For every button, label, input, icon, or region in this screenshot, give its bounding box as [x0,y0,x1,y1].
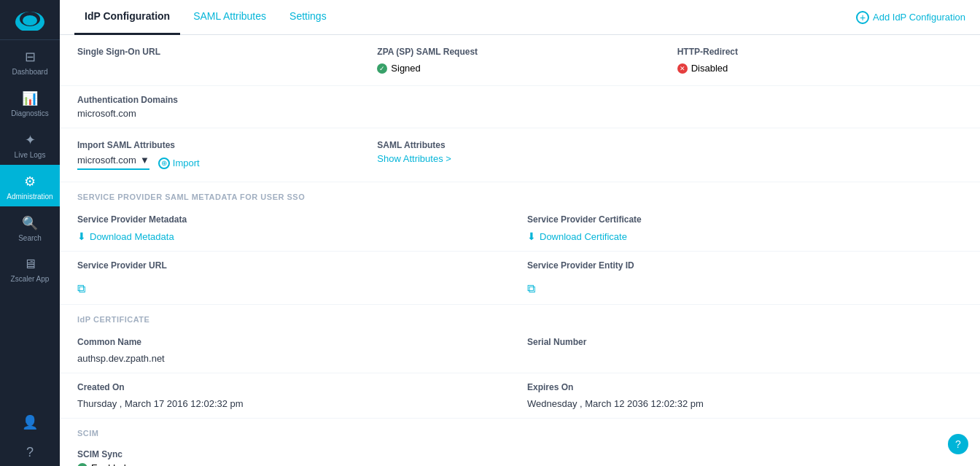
dropdown-arrow-icon: ▼ [140,155,149,166]
search-icon: 🔍 [22,215,38,231]
sp-url-field: Service Provider URL ⧉ [77,260,513,295]
sp-entity-copy-icon[interactable]: ⧉ [527,282,535,295]
scim-sync-badge: ✓ Enabled [77,462,962,466]
sidebar-logo [0,0,60,40]
download-metadata-icon: ⬇ [77,230,86,242]
sidebar: ⊟ Dashboard 📊 Diagnostics ✦ Live Logs ⚙ … [0,0,60,466]
expires-on-field: Expires On Wednesday , March 12 2036 12:… [527,382,962,409]
sp-metadata-row: Service Provider Metadata ⬇ Download Met… [60,206,980,252]
floating-help-button[interactable]: ? [948,434,968,454]
http-redirect-field: HTTP-Redirect ✕ Disabled [677,47,962,74]
top-nav: IdP Configuration SAML Attributes Settin… [60,0,980,35]
auth-domains-row: Authentication Domains microsoft.com [60,86,980,128]
sidebar-item-diagnostics[interactable]: 📊 Diagnostics [0,82,60,123]
disabled-icon: ✕ [677,63,688,74]
dates-row: Created On Thursday , March 17 2016 12:0… [60,373,980,419]
sp-section-header: SERVICE PROVIDER SAML METADATA FOR USER … [60,182,980,206]
tab-saml-attributes[interactable]: SAML Attributes [183,0,276,35]
content-area: Single Sign-On URL ZPA (SP) SAML Request… [60,35,980,466]
sidebar-item-search[interactable]: 🔍 Search [0,206,60,248]
single-sign-on-field: Single Sign-On URL [77,47,362,74]
common-name-field: Common Name authsp.dev.zpath.net [77,337,513,364]
scim-enabled-icon: ✓ [77,463,88,467]
tab-settings[interactable]: Settings [279,0,337,35]
sso-url-row: Single Sign-On URL ZPA (SP) SAML Request… [60,35,980,86]
sidebar-item-zscaler-app[interactable]: 🖥 Zscaler App [0,248,60,289]
sidebar-item-user[interactable]: 👤 [0,405,60,436]
sidebar-item-administration[interactable]: ⚙ Administration [0,165,60,206]
saml-attributes-field: SAML Attributes Show Attributes > [377,140,662,164]
scim-sync-row: SCIM Sync ✓ Enabled [60,442,980,466]
dashboard-icon: ⊟ [25,49,36,65]
svg-point-2 [23,15,37,26]
user-icon: 👤 [22,414,38,430]
download-metadata-button[interactable]: ⬇ Download Metadata [77,230,513,242]
sp-certificate-field: Service Provider Certificate ⬇ Download … [527,214,962,242]
import-button[interactable]: ⊕ Import [158,158,200,169]
sp-entity-id-field: Service Provider Entity ID ⧉ [527,260,962,295]
idp-cert-section-header: IdP CERTIFICATE [60,305,980,328]
tab-idp-configuration[interactable]: IdP Configuration [74,0,180,35]
sp-url-copy-icon[interactable]: ⧉ [77,282,85,295]
import-saml-row: Import SAML Attributes microsoft.com ▼ ⊕… [60,128,980,182]
add-idp-button[interactable]: + Add IdP Configuration [856,11,965,24]
show-attributes-link[interactable]: Show Attributes > [377,153,662,164]
created-on-field: Created On Thursday , March 17 2016 12:0… [77,382,513,409]
import-saml-field: Import SAML Attributes microsoft.com ▼ ⊕… [77,140,362,170]
administration-icon: ⚙ [24,174,36,190]
http-redirect-badge: ✕ Disabled [677,63,962,74]
zscaler-app-icon: 🖥 [23,257,36,272]
common-name-row: Common Name authsp.dev.zpath.net Serial … [60,328,980,373]
main-content: IdP Configuration SAML Attributes Settin… [60,0,980,466]
import-circle-icon: ⊕ [158,158,170,169]
serial-number-field: Serial Number [527,337,962,364]
plus-icon: + [856,11,869,24]
zpa-saml-field: ZPA (SP) SAML Request ✓ Signed [377,47,662,74]
saml-dropdown[interactable]: microsoft.com ▼ [77,155,149,170]
sp-metadata-field: Service Provider Metadata ⬇ Download Met… [77,214,513,242]
download-certificate-button[interactable]: ⬇ Download Certificate [527,230,962,242]
zpa-signed-badge: ✓ Signed [377,63,662,74]
sidebar-item-live-logs[interactable]: ✦ Live Logs [0,123,60,165]
live-logs-icon: ✦ [25,132,36,148]
help-icon: ? [26,445,34,460]
sp-url-row: Service Provider URL ⧉ Service Provider … [60,252,980,305]
sidebar-item-dashboard[interactable]: ⊟ Dashboard [0,40,60,82]
sidebar-item-help[interactable]: ? [0,436,60,466]
floating-help-icon: ? [955,438,961,450]
signed-icon: ✓ [377,63,387,74]
diagnostics-icon: 📊 [22,90,38,106]
download-certificate-icon: ⬇ [527,230,536,242]
scim-section-header: SCIM [60,419,980,442]
